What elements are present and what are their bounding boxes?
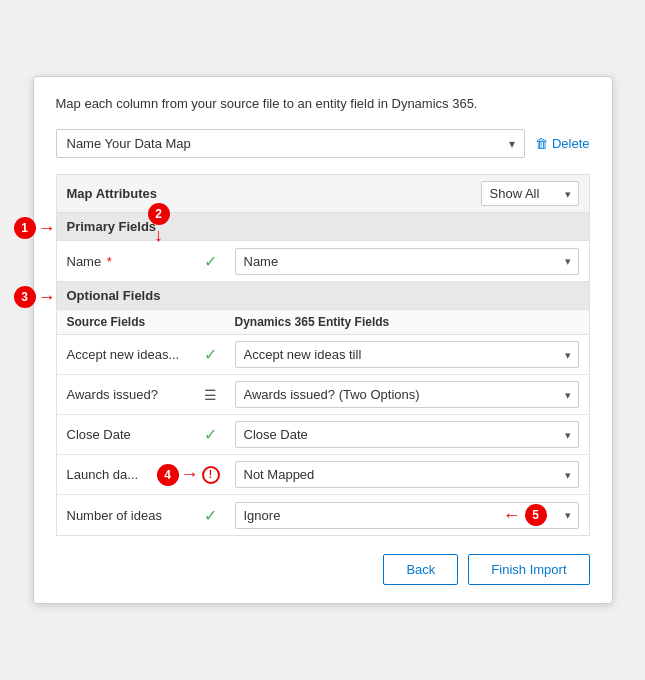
check-icon: ✓ bbox=[204, 252, 217, 271]
annotation-4: 4 → bbox=[157, 464, 201, 486]
field-label-1: Awards issued? bbox=[67, 387, 187, 402]
data-map-select[interactable]: Name Your Data Map bbox=[56, 129, 525, 158]
optional-fields-table: Accept new ideas... ✓ Accept new ideas t… bbox=[56, 335, 590, 536]
name-icon-cell: ✓ bbox=[197, 252, 225, 271]
show-all-select[interactable]: Show All Mapped Unmapped bbox=[481, 181, 579, 206]
check-icon-4: ✓ bbox=[204, 506, 217, 525]
field-label-0: Accept new ideas... bbox=[67, 347, 187, 362]
warn-icon-3: ! bbox=[202, 466, 220, 484]
data-map-select-wrapper: Name Your Data Map bbox=[56, 129, 525, 158]
primary-fields-table: Name * ✓ Name bbox=[56, 241, 590, 282]
col-header-dynamics: Dynamics 365 Entity Fields bbox=[235, 315, 579, 329]
check-icon-0: ✓ bbox=[204, 345, 217, 364]
annotation-1: 1 → bbox=[14, 217, 58, 239]
field-select-1: Awards issued? (Two Options) Ignore Not … bbox=[235, 381, 579, 408]
field-select-4: → 5 Ignore Not Mapped Number of ideas bbox=[235, 502, 579, 529]
arrow-4-icon: → bbox=[181, 464, 199, 485]
arrow-2-icon: ↓ bbox=[154, 225, 163, 246]
field-select-input-2[interactable]: Close Date Ignore Not Mapped bbox=[235, 421, 579, 448]
primary-fields-container: 1 → Primary Fields 2 ↓ Name * ✓ bbox=[56, 213, 590, 282]
badge-4: 4 bbox=[157, 464, 179, 486]
name-field-row: Name * ✓ Name bbox=[57, 241, 589, 281]
table-row: Awards issued? ☰ Awards issued? (Two Opt… bbox=[57, 375, 589, 415]
delete-button[interactable]: 🗑 Delete bbox=[535, 136, 590, 151]
field-label-4: Number of ideas bbox=[67, 508, 187, 523]
doc-icon-1: ☰ bbox=[204, 387, 217, 403]
primary-fields-header: Primary Fields bbox=[56, 213, 590, 241]
optional-fields-header: Optional Fields bbox=[56, 282, 590, 310]
table-row: Accept new ideas... ✓ Accept new ideas t… bbox=[57, 335, 589, 375]
icon-cell-0: ✓ bbox=[197, 345, 225, 364]
field-select-0: Accept new ideas till Ignore Not Mapped bbox=[235, 341, 579, 368]
annotation-2: 2 ↓ bbox=[148, 203, 170, 246]
field-select-input-0[interactable]: Accept new ideas till Ignore Not Mapped bbox=[235, 341, 579, 368]
optional-fields-container: 3 → Optional Fields Source Fields Dynami… bbox=[56, 282, 590, 536]
badge-3: 3 bbox=[14, 286, 36, 308]
field-select-input-1[interactable]: Awards issued? (Two Options) Ignore Not … bbox=[235, 381, 579, 408]
required-star: * bbox=[107, 254, 112, 269]
name-field-label: Name * bbox=[67, 254, 187, 269]
col-header-icon-space bbox=[197, 315, 225, 329]
arrow-5-icon: → bbox=[503, 505, 521, 526]
map-attributes-header: Map Attributes Show All Mapped Unmapped bbox=[56, 174, 590, 213]
arrow-3-icon: → bbox=[38, 287, 56, 308]
field-select-2: Close Date Ignore Not Mapped bbox=[235, 421, 579, 448]
table-row: Close Date ✓ Close Date Ignore Not Mappe… bbox=[57, 415, 589, 455]
name-select-wrapper: Name bbox=[235, 248, 579, 275]
badge-5: 5 bbox=[525, 504, 547, 526]
finish-import-button[interactable]: Finish Import bbox=[468, 554, 589, 585]
name-select[interactable]: Name bbox=[235, 248, 579, 275]
icon-cell-4: ✓ bbox=[197, 506, 225, 525]
col-headers: Source Fields Dynamics 365 Entity Fields bbox=[56, 310, 590, 335]
field-label-2: Close Date bbox=[67, 427, 187, 442]
icon-cell-1: ☰ bbox=[197, 387, 225, 403]
footer-buttons: Back Finish Import bbox=[56, 554, 590, 585]
annotation-3: 3 → bbox=[14, 286, 58, 308]
check-icon-2: ✓ bbox=[204, 425, 217, 444]
show-all-wrapper: Show All Mapped Unmapped bbox=[481, 181, 579, 206]
table-row: Launch da... 4 → ! Not Mapped Ignore Lau… bbox=[57, 455, 589, 495]
description: Map each column from your source file to… bbox=[56, 95, 590, 113]
badge-1: 1 bbox=[14, 217, 36, 239]
badge-2: 2 bbox=[148, 203, 170, 225]
data-map-row: Name Your Data Map 🗑 Delete bbox=[56, 129, 590, 158]
map-attributes-label: Map Attributes bbox=[67, 186, 158, 201]
field-select-3: Not Mapped Ignore Launch Date bbox=[235, 461, 579, 488]
icon-cell-2: ✓ bbox=[197, 425, 225, 444]
icon-cell-3: ! bbox=[197, 466, 225, 484]
back-button[interactable]: Back bbox=[383, 554, 458, 585]
field-select-input-3[interactable]: Not Mapped Ignore Launch Date bbox=[235, 461, 579, 488]
trash-icon: 🗑 bbox=[535, 136, 548, 151]
col-header-source: Source Fields bbox=[67, 315, 187, 329]
dialog: Map each column from your source file to… bbox=[33, 76, 613, 604]
arrow-1-icon: → bbox=[38, 218, 56, 239]
annotation-5: → 5 bbox=[503, 504, 547, 526]
table-row: Number of ideas ✓ → 5 Ignore Not Mapped … bbox=[57, 495, 589, 535]
